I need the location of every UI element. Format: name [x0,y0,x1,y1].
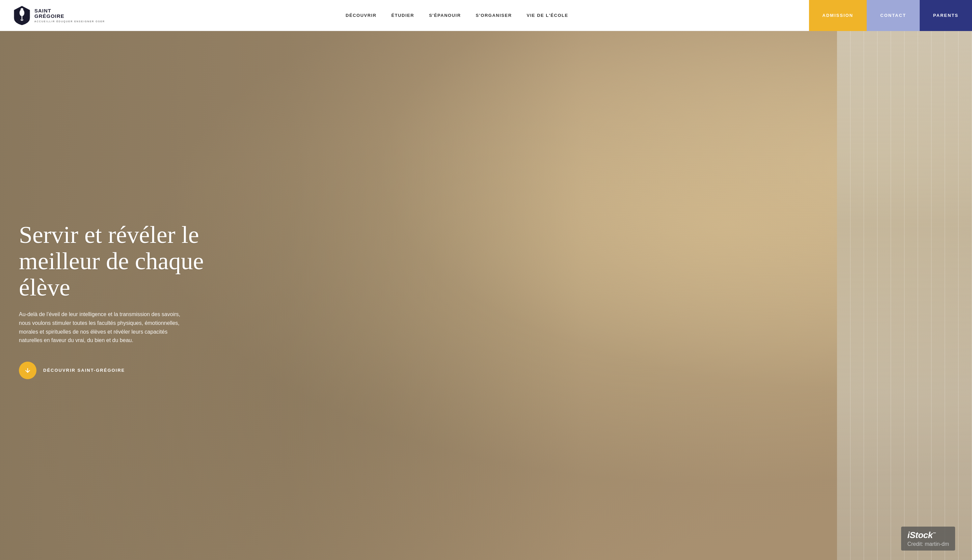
hero-content: Servir et révéler le meilleur de chaque … [0,31,486,280]
nav-decouvrir[interactable]: DÉCOUVRIR [338,13,384,18]
nav-organiser[interactable]: S'ORGANISER [468,13,486,18]
main-nav: DÉCOUVRIR ÉTUDIER S'ÉPANOUIR S'ORGANISER… [105,13,486,18]
hero-title: Servir et révéler le meilleur de chaque … [19,222,215,280]
logo-tagline: ACCUEILLIR ÉDUQUER ENSEIGNER OSER [34,20,105,23]
site-header: SAINTGRÉGOIRE ACCUEILLIR ÉDUQUER ENSEIGN… [0,0,486,31]
logo-icon [13,5,30,26]
logo-text: SAINTGRÉGOIRE ACCUEILLIR ÉDUQUER ENSEIGN… [34,8,105,23]
svg-point-1 [21,8,23,11]
logo-name: SAINTGRÉGOIRE [34,8,105,19]
nav-epanouir[interactable]: S'ÉPANOUIR [421,13,468,18]
logo-area[interactable]: SAINTGRÉGOIRE ACCUEILLIR ÉDUQUER ENSEIGN… [0,5,105,26]
nav-etudier[interactable]: ÉTUDIER [384,13,422,18]
